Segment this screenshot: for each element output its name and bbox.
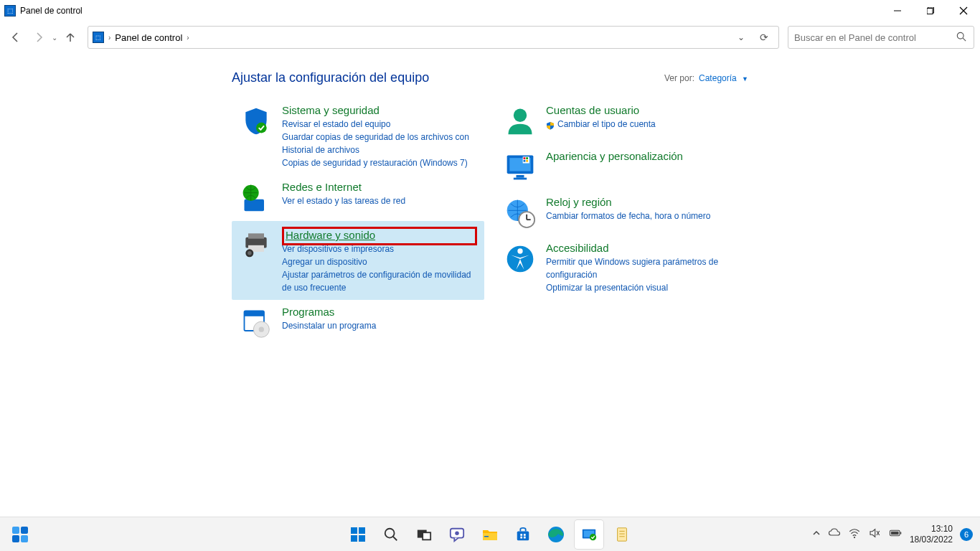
category-link[interactable]: Guardar copias de seguridad de los archi… (282, 131, 477, 156)
svg-rect-8 (245, 199, 265, 212)
tray-clock[interactable]: 13:10 18/03/2022 (910, 524, 953, 545)
breadcrumb[interactable]: Panel de control (115, 32, 182, 43)
svg-point-14 (248, 251, 252, 255)
taskbar-app-store[interactable] (509, 520, 537, 549)
svg-rect-22 (517, 175, 524, 178)
category-accessibility[interactable]: Accesibilidad Permitir que Windows sugie… (496, 236, 748, 300)
svg-rect-25 (524, 157, 526, 159)
svg-point-64 (854, 537, 855, 538)
category-title[interactable]: Cuentas de usuario (546, 104, 656, 116)
svg-point-59 (590, 534, 596, 540)
svg-point-19 (514, 109, 527, 122)
history-dropdown[interactable]: ⌄ (52, 34, 57, 42)
category-title[interactable]: Apariencia y personalización (546, 150, 683, 162)
svg-rect-52 (520, 534, 522, 536)
svg-line-6 (963, 38, 966, 41)
svg-rect-23 (514, 178, 527, 180)
category-link[interactable]: Cambiar formatos de fecha, hora o número (546, 209, 710, 222)
svg-rect-28 (526, 160, 528, 162)
category-title[interactable]: Accesibilidad (546, 242, 741, 254)
maximize-button[interactable] (914, 0, 947, 22)
tray-date: 18/03/2022 (910, 534, 953, 545)
svg-point-48 (455, 531, 459, 535)
page-heading: Ajustar la configuración del equipo (232, 70, 429, 85)
category-link[interactable]: Permitir que Windows sugiera parámetros … (546, 255, 741, 281)
svg-rect-26 (526, 157, 528, 159)
category-network-internet[interactable]: Redes e Internet Ver el estado y las tar… (232, 175, 484, 221)
svg-rect-53 (524, 534, 526, 536)
battery-icon[interactable] (888, 527, 903, 542)
taskbar-app-control-panel[interactable] (575, 520, 603, 549)
category-link[interactable]: Revisar el estado del equipo (282, 118, 477, 131)
category-link[interactable]: Ver el estado y las tareas de red (282, 194, 405, 207)
category-title[interactable]: Hardware y sonido (286, 229, 375, 241)
category-title[interactable]: Sistema y seguridad (282, 104, 477, 116)
taskbar-search-button[interactable] (377, 520, 405, 549)
svg-rect-38 (21, 535, 28, 542)
svg-rect-54 (520, 536, 522, 538)
widgets-button[interactable] (6, 520, 34, 549)
category-system-security[interactable]: Sistema y seguridad Revisar el estado de… (232, 98, 484, 175)
refresh-button[interactable]: ⟳ (754, 32, 774, 43)
task-view-button[interactable] (410, 520, 438, 549)
address-dropdown[interactable]: ⌄ (732, 32, 750, 42)
forward-button[interactable] (29, 27, 49, 47)
minimize-button[interactable] (881, 0, 914, 22)
category-hardware-sound[interactable]: Hardware y sonido Ver dispositivos e imp… (232, 221, 484, 300)
taskbar-app-notepad[interactable] (608, 520, 636, 549)
up-button[interactable] (60, 27, 80, 47)
category-title[interactable]: Reloj y región (546, 196, 710, 208)
category-link[interactable]: Agregar un dispositivo (282, 255, 477, 268)
category-programs[interactable]: Programas Desinstalar un programa (232, 300, 484, 346)
notifications-badge[interactable]: 6 (960, 528, 973, 541)
svg-rect-36 (21, 527, 28, 534)
volume-icon[interactable] (868, 527, 881, 542)
taskbar-app-explorer[interactable] (476, 520, 504, 549)
category-link[interactable]: Copias de seguridad y restauración (Wind… (282, 156, 477, 169)
toolbar: ⌄ ⬚ › Panel de control › ⌄ ⟳ (0, 22, 980, 53)
start-button[interactable] (344, 520, 372, 549)
svg-rect-37 (12, 535, 19, 542)
category-link[interactable]: Desinstalar un programa (282, 319, 376, 332)
monitor-icon (503, 150, 537, 184)
svg-rect-50 (484, 536, 489, 537)
search-input[interactable] (794, 32, 956, 43)
close-button[interactable] (947, 0, 980, 22)
category-link[interactable]: Ajustar parámetros de configuración de m… (282, 268, 477, 294)
search-box[interactable] (788, 26, 974, 49)
back-button[interactable] (6, 27, 26, 47)
onedrive-icon[interactable] (828, 527, 841, 542)
chevron-down-icon: ▼ (742, 75, 748, 83)
svg-point-18 (259, 327, 264, 332)
clock-globe-icon (503, 196, 537, 230)
category-link[interactable]: Optimizar la presentación visual (546, 281, 741, 294)
svg-rect-41 (351, 535, 357, 542)
category-link[interactable]: Ver dispositivos e impresoras (282, 242, 477, 255)
svg-rect-42 (359, 535, 365, 542)
view-by-dropdown[interactable]: Categoría ▼ (699, 73, 748, 83)
taskbar[interactable]: 13:10 18/03/2022 6 (0, 517, 980, 551)
taskbar-app-edge[interactable] (542, 520, 570, 549)
svg-point-34 (517, 248, 522, 253)
wifi-icon[interactable] (848, 527, 861, 542)
control-panel-icon: ⬚ (4, 5, 16, 17)
accessibility-icon (503, 242, 537, 276)
chevron-right-icon[interactable]: › (108, 34, 110, 42)
address-bar[interactable]: ⬚ › Panel de control › ⌄ ⟳ (88, 26, 779, 49)
category-clock-region[interactable]: Reloj y región Cambiar formatos de fecha… (496, 190, 748, 236)
svg-line-44 (393, 536, 397, 540)
search-icon[interactable] (956, 32, 968, 44)
category-user-accounts[interactable]: Cuentas de usuario Cambiar el tipo de cu… (496, 98, 748, 144)
svg-point-43 (385, 528, 395, 537)
category-title[interactable]: Programas (282, 306, 376, 318)
svg-rect-27 (524, 160, 526, 162)
category-title[interactable]: Redes e Internet (282, 181, 405, 193)
shield-icon (239, 104, 273, 138)
category-appearance[interactable]: Apariencia y personalización (496, 144, 748, 190)
printer-icon (239, 227, 273, 261)
taskbar-app-chat[interactable] (443, 520, 471, 549)
chevron-right-icon[interactable]: › (187, 34, 189, 42)
category-link[interactable]: Cambiar el tipo de cuenta (546, 118, 656, 131)
tray-overflow-icon[interactable] (812, 529, 821, 540)
view-by-label: Ver por: (664, 73, 694, 83)
